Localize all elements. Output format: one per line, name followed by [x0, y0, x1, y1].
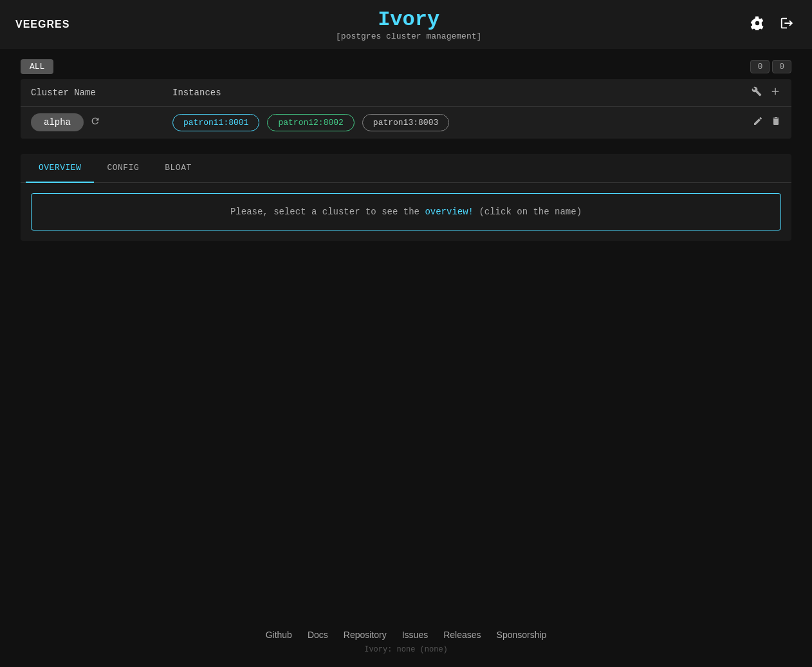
wrench-header-button[interactable] [752, 86, 762, 99]
overview-message-part2: (click on the name) [474, 207, 582, 217]
app-footer: Github Docs Repository Issues Releases S… [0, 617, 812, 667]
footer-links: Github Docs Repository Issues Releases S… [13, 630, 799, 640]
header-actions [748, 14, 797, 36]
trash-icon [771, 116, 781, 126]
app-title: Ivory [336, 8, 481, 32]
overview-message-link: overview! [425, 207, 474, 217]
footer-link-repository[interactable]: Repository [344, 630, 387, 640]
footer-link-github[interactable]: Github [266, 630, 292, 640]
settings-button[interactable] [748, 14, 767, 36]
count-badge-2: 0 [772, 60, 791, 73]
tab-bloat[interactable]: BLOAT [152, 154, 205, 183]
add-cluster-button[interactable] [770, 86, 781, 100]
all-filter-button[interactable]: ALL [21, 59, 53, 74]
cluster-info-box: Please, select a cluster to see the over… [31, 193, 781, 230]
brand-logo: VEEGRES [15, 19, 69, 30]
table-header: Cluster Name Instances [21, 79, 791, 107]
instances-cell: patroni1:8001 patroni2:8002 patroni3:800… [172, 114, 753, 131]
app-header: VEEGRES Ivory [postgres cluster manageme… [0, 0, 812, 49]
footer-version: Ivory: none (none) [13, 645, 799, 654]
header-center: Ivory [postgres cluster management] [336, 8, 481, 41]
footer-link-docs[interactable]: Docs [308, 630, 328, 640]
filter-counts: 0 0 [750, 60, 791, 73]
app-subtitle: [postgres cluster management] [336, 32, 481, 41]
main-content: ALL 0 0 Cluster Name Instances [0, 49, 812, 617]
cluster-name-cell: alpha [31, 113, 172, 131]
col-instances-header: Instances [172, 88, 752, 98]
tab-config[interactable]: CONFIG [94, 154, 152, 183]
cluster-table: Cluster Name Instances alpha [21, 79, 791, 138]
logout-icon [780, 16, 794, 30]
col-cluster-name-header: Cluster Name [31, 88, 172, 98]
count-badge-1: 0 [750, 60, 770, 73]
table-header-actions [752, 86, 781, 100]
table-row: alpha patroni1:8001 patroni2:8002 patron… [21, 107, 791, 138]
row-actions [753, 116, 781, 129]
wrench-icon [752, 86, 762, 97]
tab-overview[interactable]: OVERVIEW [26, 154, 94, 183]
refresh-icon-svg [90, 116, 100, 126]
add-icon [770, 86, 781, 97]
footer-link-sponsorship[interactable]: Sponsorship [497, 630, 547, 640]
instance-badge-1[interactable]: patroni1:8001 [172, 114, 259, 131]
edit-cluster-button[interactable] [753, 116, 763, 129]
tabs-nav: OVERVIEW CONFIG BLOAT [21, 154, 791, 183]
delete-cluster-button[interactable] [771, 116, 781, 129]
gear-icon [750, 16, 764, 30]
filter-bar: ALL 0 0 [21, 59, 791, 74]
refresh-icon[interactable] [90, 116, 100, 129]
tabs-section: OVERVIEW CONFIG BLOAT Please, select a c… [21, 154, 791, 241]
overview-message-part1: Please, select a cluster to see the [230, 207, 425, 217]
tab-content-overview: Please, select a cluster to see the over… [21, 183, 791, 241]
footer-link-issues[interactable]: Issues [402, 630, 428, 640]
edit-icon [753, 116, 763, 126]
cluster-name-button[interactable]: alpha [31, 113, 84, 131]
footer-link-releases[interactable]: Releases [443, 630, 481, 640]
instance-badge-2[interactable]: patroni2:8002 [267, 114, 354, 131]
instance-badge-3[interactable]: patroni3:8003 [362, 114, 449, 131]
logout-button[interactable] [777, 14, 797, 36]
